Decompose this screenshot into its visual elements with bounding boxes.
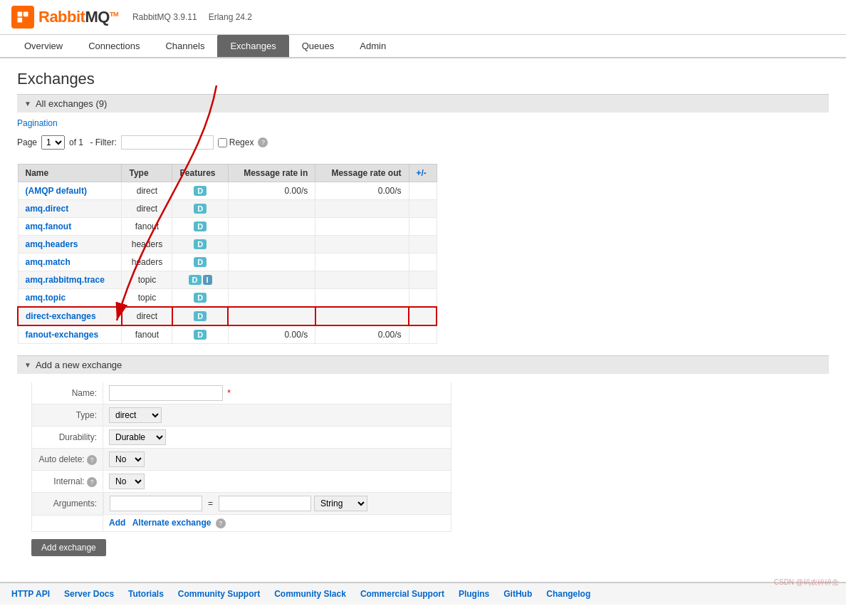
footer-community-slack[interactable]: Community Slack xyxy=(274,589,346,599)
required-mark: * xyxy=(227,388,231,398)
regex-text: Regex xyxy=(229,137,254,147)
exchange-rate-in: 0.00/s xyxy=(228,325,315,344)
exchange-plus-minus xyxy=(409,182,437,200)
add-exchange-section: ▼ Add a new exchange Name: * Type: direc… xyxy=(17,355,829,556)
exchange-name-link[interactable]: amq.topic xyxy=(26,293,66,303)
exchange-rate-in xyxy=(228,271,315,289)
internal-help[interactable]: ? xyxy=(87,477,97,487)
exchange-name-link[interactable]: fanout-exchanges xyxy=(26,330,99,340)
durability-select[interactable]: Durable Transient xyxy=(109,429,166,445)
footer-changelog[interactable]: Changelog xyxy=(546,589,590,599)
nav-channels[interactable]: Channels xyxy=(152,35,217,57)
exchange-plus-minus xyxy=(409,200,437,218)
section-collapse-arrow: ▼ xyxy=(24,100,31,108)
footer-http-api[interactable]: HTTP API xyxy=(11,589,50,599)
exchange-name-link[interactable]: (AMQP default) xyxy=(26,186,87,196)
exchange-type-select[interactable]: direct fanout headers topic xyxy=(109,407,162,423)
alternate-exchange-link[interactable]: Alternate exchange xyxy=(132,518,212,528)
exchange-name-link[interactable]: direct-exchanges xyxy=(26,311,96,321)
regex-help-badge[interactable]: ? xyxy=(258,137,268,147)
exchange-rate-in xyxy=(228,218,315,236)
footer-server-docs[interactable]: Server Docs xyxy=(64,589,114,599)
nav-connections[interactable]: Connections xyxy=(75,35,152,57)
footer-tutorials[interactable]: Tutorials xyxy=(128,589,164,599)
nav-admin[interactable]: Admin xyxy=(347,35,399,57)
exchanges-table: Name Type Features Message rate in Messa… xyxy=(17,164,437,344)
arg-value-input[interactable] xyxy=(219,496,311,511)
col-name: Name xyxy=(18,165,122,182)
exchange-features: D xyxy=(172,182,228,200)
arg-type-select[interactable]: String Number Boolean xyxy=(314,496,367,511)
alternate-exchange-help[interactable]: ? xyxy=(216,518,226,528)
pagination-label[interactable]: Pagination xyxy=(17,118,829,128)
exchange-rate-out xyxy=(315,236,409,254)
footer-commercial-support[interactable]: Commercial Support xyxy=(360,589,444,599)
exchange-name-input[interactable] xyxy=(109,385,223,401)
erlang-version: Erlang 24.2 xyxy=(209,12,252,22)
nav-overview[interactable]: Overview xyxy=(11,35,75,57)
footer-plugins[interactable]: Plugins xyxy=(459,589,489,599)
col-rate-in: Message rate in xyxy=(228,165,315,182)
footer: HTTP API Server Docs Tutorials Community… xyxy=(0,582,846,605)
main-nav: Overview Connections Channels Exchanges … xyxy=(0,35,846,58)
footer-github[interactable]: GitHub xyxy=(503,589,532,599)
exchange-rate-out: 0.00/s xyxy=(315,325,409,344)
feature-badge-d: D xyxy=(194,239,207,249)
exchange-type: topic xyxy=(122,271,172,289)
exchange-rate-out xyxy=(315,289,409,308)
arg-key-input[interactable] xyxy=(110,496,202,511)
feature-badge-d: D xyxy=(194,186,207,196)
all-exchanges-label: All exchanges (9) xyxy=(36,98,107,109)
add-arg-link[interactable]: Add xyxy=(109,518,125,528)
feature-badge-d: D xyxy=(194,257,207,267)
auto-delete-label: Auto delete: ? xyxy=(32,449,103,471)
all-exchanges-section-header[interactable]: ▼ All exchanges (9) xyxy=(17,94,829,113)
exchange-type: headers xyxy=(122,236,172,254)
exchange-rate-out xyxy=(315,254,409,271)
page-label-text: Page xyxy=(17,137,37,147)
pagination-controls: Page 1 of 1 - Filter: Regex ? xyxy=(17,132,829,152)
filter-input[interactable] xyxy=(121,135,214,150)
nav-exchanges[interactable]: Exchanges xyxy=(217,35,288,57)
exchange-type: headers xyxy=(122,254,172,271)
name-label: Name: xyxy=(32,382,103,404)
col-type: Type xyxy=(122,165,172,182)
equals-sign: = xyxy=(205,498,216,508)
auto-delete-help[interactable]: ? xyxy=(87,455,97,465)
filter-label: - Filter: xyxy=(88,137,117,147)
exchange-plus-minus xyxy=(409,289,437,308)
exchange-type: topic xyxy=(122,289,172,308)
add-exchange-form: Name: * Type: direct fanout headers topi… xyxy=(31,382,451,532)
col-plus-minus[interactable]: +/- xyxy=(409,165,437,182)
nav-queues[interactable]: Queues xyxy=(289,35,348,57)
add-exchange-arrow: ▼ xyxy=(24,361,31,369)
add-exchange-section-header[interactable]: ▼ Add a new exchange xyxy=(17,355,829,374)
exchange-rate-in xyxy=(228,307,315,325)
exchange-rate-in: 0.00/s xyxy=(228,182,315,200)
exchange-rate-out xyxy=(315,307,409,325)
exchange-plus-minus xyxy=(409,307,437,325)
auto-delete-select[interactable]: No Yes xyxy=(109,451,145,467)
exchange-name-link[interactable]: amq.direct xyxy=(26,204,69,214)
exchanges-table-container: Name Type Features Message rate in Messa… xyxy=(17,164,829,344)
exchange-features: D xyxy=(172,236,228,254)
exchange-plus-minus xyxy=(409,271,437,289)
feature-badge-d: D xyxy=(194,221,207,231)
exchange-name-link[interactable]: amq.rabbitmq.trace xyxy=(26,275,105,285)
exchange-name-link[interactable]: amq.fanout xyxy=(26,221,72,231)
exchange-plus-minus xyxy=(409,254,437,271)
internal-select[interactable]: No Yes xyxy=(109,474,145,489)
footer-community-support[interactable]: Community Support xyxy=(178,589,260,599)
exchange-plus-minus xyxy=(409,236,437,254)
page-select[interactable]: 1 xyxy=(41,135,65,150)
exchange-rate-out xyxy=(315,271,409,289)
exchange-name-link[interactable]: amq.headers xyxy=(26,239,78,249)
add-exchange-button[interactable]: Add exchange xyxy=(31,539,106,556)
rabbitmq-version: RabbitMQ 3.9.11 xyxy=(132,12,197,22)
header: RabbitMQTM RabbitMQ 3.9.11 Erlang 24.2 xyxy=(0,0,846,35)
exchange-name-link[interactable]: amq.match xyxy=(26,257,70,267)
regex-label[interactable]: Regex xyxy=(218,137,254,147)
exchange-rate-out xyxy=(315,218,409,236)
regex-checkbox[interactable] xyxy=(218,138,227,147)
exchange-rate-in xyxy=(228,200,315,218)
